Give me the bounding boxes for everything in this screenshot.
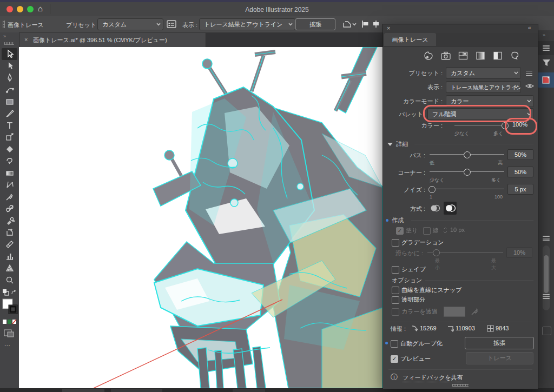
selection-tool[interactable]: [3, 49, 16, 59]
slice-tool[interactable]: [3, 239, 16, 250]
preset-menu-icon[interactable]: [526, 69, 532, 77]
noise-slider-knob[interactable]: [428, 186, 436, 193]
view-dropdown[interactable]: トレース結果とアウトライン: [199, 18, 295, 30]
dock-scrollbar[interactable]: [543, 245, 550, 310]
panel-tab-image-trace[interactable]: 画像トレース: [384, 33, 436, 46]
panel-preset-dropdown[interactable]: カスタム: [446, 67, 521, 79]
artboard-tool[interactable]: [3, 227, 16, 238]
panel-tab-row: 画像トレース: [383, 33, 538, 46]
swatch-selected-row[interactable]: [538, 72, 554, 88]
high-color-camera-icon[interactable]: [440, 50, 451, 62]
gradient-checkbox[interactable]: [392, 239, 399, 247]
align-center-icon[interactable]: [372, 20, 380, 29]
chevron-down-icon: [527, 112, 531, 116]
smooth-slider-knob[interactable]: [433, 249, 440, 256]
autogroup-checkbox[interactable]: [391, 340, 398, 348]
more-tools-icon[interactable]: ⋯: [4, 342, 11, 349]
knockout-checkbox[interactable]: [392, 308, 399, 316]
dock-tool-slot[interactable]: [542, 327, 551, 335]
column-graph-tool[interactable]: [3, 251, 16, 262]
corners-slider-knob[interactable]: [464, 169, 471, 176]
fill-stroke-indicator[interactable]: [2, 298, 18, 317]
eraser-tool[interactable]: [3, 144, 16, 155]
toolbar-grip[interactable]: [4, 42, 14, 45]
feedback-link[interactable]: フィードバックを共有: [403, 374, 463, 382]
knockout-swatch[interactable]: [444, 307, 465, 317]
noise-slider-track[interactable]: [430, 189, 504, 189]
draw-mode-icon[interactable]: [3, 329, 15, 340]
swap-fill-stroke-icon[interactable]: [2, 289, 17, 298]
colormode-dropdown[interactable]: カラー: [446, 95, 534, 107]
shape-checkbox[interactable]: [392, 266, 399, 274]
filter-funnel-icon[interactable]: [542, 58, 551, 68]
direct-selection-tool[interactable]: [3, 61, 16, 71]
eyedropper-tool[interactable]: [3, 191, 16, 202]
right-panel-dock: »: [537, 30, 554, 388]
color-value[interactable]: 100%: [507, 121, 532, 128]
paths-slider-knob[interactable]: [464, 151, 471, 158]
panel-toggle-icon[interactable]: [167, 20, 176, 29]
paintbrush-tool[interactable]: [3, 108, 16, 119]
dock-panel-menu[interactable]: [538, 41, 554, 55]
expand-button[interactable]: 拡張: [465, 337, 534, 349]
low-color-icon[interactable]: [458, 50, 469, 62]
close-tab-icon[interactable]: ×: [24, 36, 28, 43]
dock-menu-icon[interactable]: [543, 293, 550, 300]
dock-expand-icon[interactable]: »: [543, 32, 546, 38]
eye-icon[interactable]: [525, 83, 534, 90]
stroke-width-value[interactable]: 10 px: [450, 227, 483, 233]
auto-color-icon[interactable]: [423, 50, 434, 62]
stepper-icon[interactable]: [443, 227, 448, 234]
black-white-icon[interactable]: [492, 50, 503, 62]
disclosure-triangle-icon[interactable]: [387, 142, 393, 147]
color-slider-track[interactable]: [454, 125, 505, 125]
dock-scrollbar-thumb[interactable]: [544, 255, 549, 293]
collapse-panel-icon[interactable]: «: [528, 25, 531, 31]
gradient-tool[interactable]: [3, 168, 16, 178]
shaper-tool[interactable]: [3, 156, 16, 167]
method-overlapping-button[interactable]: [444, 202, 457, 215]
expand-button-control-bar[interactable]: 拡張: [295, 18, 335, 30]
control-bar-grip[interactable]: [3, 21, 5, 28]
dock-menu-icon[interactable]: [543, 235, 550, 242]
panel-view-dropdown[interactable]: トレース結果とアウトライン: [446, 81, 521, 93]
corners-value[interactable]: 50%: [507, 167, 533, 177]
pen-tool[interactable]: [3, 72, 16, 83]
width-tool[interactable]: [3, 180, 16, 190]
smooth-label: 滑らかに :: [383, 249, 423, 257]
grayscale-icon[interactable]: [475, 50, 486, 62]
panel-resize-grip[interactable]: [452, 384, 469, 387]
perspective-grid-tool[interactable]: [3, 263, 16, 274]
smooth-value[interactable]: 10%: [506, 247, 532, 258]
artboard-icon[interactable]: [342, 20, 357, 30]
free-transform-tool[interactable]: [3, 132, 16, 143]
rectangle-tool[interactable]: [3, 96, 16, 107]
zoom-tool[interactable]: [3, 275, 16, 285]
blend-tool[interactable]: [3, 203, 16, 214]
chevron-down-icon: [514, 85, 518, 89]
curvature-tool[interactable]: [3, 84, 16, 95]
noise-value[interactable]: 5 px: [507, 184, 533, 195]
palette-dropdown[interactable]: フル階調: [427, 108, 534, 120]
outline-icon[interactable]: [510, 50, 520, 62]
align-left-icon[interactable]: [361, 20, 369, 29]
method-abutting-button[interactable]: [430, 203, 441, 214]
toolbar-expand-icon[interactable]: »: [3, 34, 6, 39]
smooth-max-label: 最大: [491, 257, 496, 271]
detail-header[interactable]: 詳細: [396, 140, 408, 148]
fill-checkbox[interactable]: ✓: [396, 227, 404, 235]
snap-checkbox[interactable]: [392, 287, 399, 294]
transparent-checkbox[interactable]: [392, 296, 399, 304]
preset-dropdown[interactable]: カスタム: [97, 18, 163, 30]
type-tool[interactable]: [3, 120, 16, 131]
preview-checkbox[interactable]: ✓: [391, 355, 398, 363]
paths-value[interactable]: 50%: [507, 149, 533, 160]
color-mode-buttons[interactable]: [3, 319, 17, 325]
artboard-canvas[interactable]: [19, 47, 382, 388]
symbol-sprayer-tool[interactable]: [3, 215, 16, 226]
color-min-label: 少なく: [454, 130, 469, 137]
eyedropper-icon[interactable]: [471, 307, 479, 316]
document-tab[interactable]: × 画像トレース.ai* @ 396.51 % (CMYK/プレビュー): [19, 33, 206, 47]
stroke-checkbox[interactable]: [423, 227, 431, 235]
close-panel-icon[interactable]: ×: [387, 25, 390, 31]
